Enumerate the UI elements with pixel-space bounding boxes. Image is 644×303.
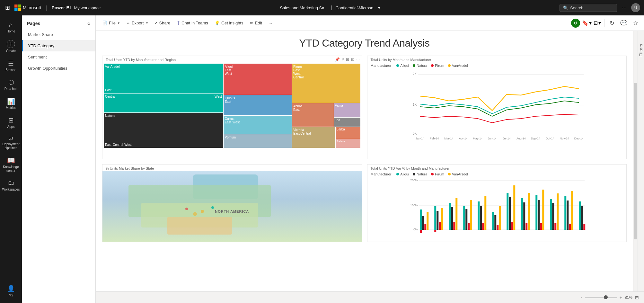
nav-item-home[interactable]: ⌂ Home — [0, 18, 22, 37]
copy-icon[interactable]: ⎘ — [342, 57, 344, 62]
nav-item-deployment[interactable]: ⇄ Deployment pipelines — [0, 132, 22, 153]
tm-cell-vanarsdel-east[interactable]: VanArsdel East — [104, 64, 223, 93]
topbar-right: 🔍 Search ··· U — [560, 3, 640, 13]
my-icon: 👤 — [7, 285, 15, 292]
zoom-minus-button[interactable]: - — [581, 295, 582, 300]
zoom-slider-track[interactable] — [585, 297, 617, 298]
legend-aliqui: Aliqui — [396, 64, 409, 67]
edit-button[interactable]: ✏ Edit — [247, 19, 265, 27]
tm-cell-abbas[interactable]: AbbasEast — [292, 103, 334, 127]
tm-cell-vanarsdel-central-west[interactable]: Central West — [104, 94, 223, 112]
tm-cell-currus[interactable]: Currus EastWest — [224, 116, 292, 134]
tm-cell-victoria[interactable]: Victoria EastCentral — [292, 127, 335, 148]
refresh-page-button[interactable]: ↻ — [608, 18, 616, 28]
nav-item-browse[interactable]: ☰ Browse — [0, 56, 22, 75]
bookmark-area[interactable]: 🔖 ▾ — [582, 20, 592, 26]
view-area[interactable]: ⊡ ▾ — [594, 20, 601, 26]
svg-rect-50 — [497, 225, 498, 230]
search-box[interactable]: 🔍 Search — [560, 4, 617, 12]
insights-icon: 💡 — [215, 21, 220, 25]
get-insights-button[interactable]: 💡 Get insights — [212, 19, 246, 27]
nav-label-home: Home — [5, 30, 17, 33]
user-avatar[interactable]: U — [631, 3, 640, 12]
svg-rect-48 — [492, 212, 494, 230]
page-item-ytd-category[interactable]: YTD Category — [22, 40, 95, 51]
nav-item-knowledge[interactable]: 📖 Knowledge center — [0, 153, 22, 176]
tm-cell-pomum[interactable]: Pomum — [224, 134, 292, 148]
metrics-icon: 📊 — [7, 97, 15, 105]
export-icon: ↔ — [126, 21, 130, 25]
topbar-more-icon[interactable]: ··· — [621, 3, 628, 13]
tm-cell-fama[interactable]: Fama — [334, 103, 360, 117]
svg-text:Jun-14: Jun-14 — [488, 137, 497, 140]
workspace-label[interactable]: My workspace — [74, 5, 101, 10]
page-item-sentiment[interactable]: Sentiment — [22, 51, 95, 63]
pages-header: Pages « — [22, 15, 95, 29]
scrollbar-thumb[interactable] — [634, 83, 637, 239]
tm-cell-aliqui[interactable]: Aliqui East West — [224, 64, 292, 95]
export-button[interactable]: ↔ Export — [123, 19, 150, 27]
nav-item-workspaces[interactable]: 🗂 Workspaces — [0, 176, 22, 195]
microsoft-logo-icon — [14, 4, 21, 11]
tm-cell-barba[interactable]: Barba — [336, 127, 360, 139]
report-canvas: YTD Category Trend Analysis Total Units … — [96, 31, 633, 291]
svg-rect-0 — [14, 4, 18, 8]
tm-cell-pirum[interactable]: Pirum East West Central — [292, 64, 360, 103]
zoom-slider-thumb[interactable] — [604, 295, 608, 299]
share-icon: ↗ — [154, 21, 158, 25]
nav-item-apps[interactable]: ⊞ Apps — [0, 113, 22, 132]
comment-button[interactable]: 💬 — [618, 18, 629, 28]
nav-label-datahub: Data hub — [3, 87, 19, 91]
map-background: NORTH AMERICA — [102, 171, 362, 242]
svg-text:2K: 2K — [413, 72, 417, 76]
nav-item-metrics[interactable]: 📊 Metrics — [0, 94, 22, 113]
svg-text:Dec-14: Dec-14 — [574, 137, 583, 140]
report-scrollbar[interactable] — [633, 31, 638, 291]
toolbar-right: ↺ 🔖 ▾ ⊡ ▾ ↻ 💬 ☆ — [571, 18, 640, 28]
pin-icon[interactable]: 📌 — [335, 57, 340, 62]
file-button[interactable]: 📄 File — [100, 19, 122, 27]
favorite-button[interactable]: ☆ — [631, 18, 640, 28]
tm-cell-salvus[interactable]: Salvus — [336, 139, 360, 148]
nav-item-create[interactable]: + Create — [0, 37, 22, 56]
filters-label[interactable]: Filters — [639, 44, 643, 57]
svg-rect-35 — [441, 208, 443, 230]
tm-cell-leo[interactable]: Leo — [334, 118, 360, 127]
svg-text:Oct-14: Oct-14 — [545, 137, 554, 140]
nav-item-my[interactable]: 👤 My — [0, 281, 22, 300]
toolbar-more-button[interactable]: ··· — [266, 19, 275, 27]
page-item-growth[interactable]: Growth Opportunities — [22, 63, 95, 74]
bookmark-chevron: ▾ — [589, 20, 592, 26]
svg-rect-30 — [424, 224, 426, 230]
title-sep: | — [331, 5, 332, 11]
bar-legend-natura: Natura — [413, 172, 427, 176]
svg-text:Nov-14: Nov-14 — [560, 137, 569, 140]
deployment-icon: ⇄ — [9, 135, 13, 141]
zoom-plus-button[interactable]: + — [620, 295, 622, 300]
grid-icon[interactable]: ⊞ — [4, 3, 11, 13]
share-button[interactable]: ↗ Share — [152, 19, 173, 27]
map-container[interactable]: NORTH AMERICA — [102, 171, 362, 242]
tm-cell-quibus[interactable]: Quibus East — [224, 95, 292, 115]
svg-text:100%: 100% — [410, 204, 418, 207]
collapse-pages-button[interactable]: « — [87, 21, 90, 26]
svg-text:Jan-14: Jan-14 — [415, 137, 424, 140]
filters-panel: Filters — [638, 31, 644, 291]
more-visual-icon[interactable]: ··· — [356, 57, 359, 62]
teams-icon: T — [177, 20, 180, 26]
nav-item-datahub[interactable]: ⬡ Data hub — [0, 75, 22, 94]
treemap-container[interactable]: VanArsdel East Central West — [102, 62, 362, 159]
chat-in-teams-button[interactable]: T Chat in Teams — [174, 19, 211, 28]
svg-rect-70 — [569, 224, 571, 230]
svg-rect-38 — [453, 222, 455, 230]
svg-text:Jul-14: Jul-14 — [502, 137, 510, 140]
page-item-market-share[interactable]: Market Share — [22, 29, 95, 40]
filter-icon[interactable]: ⊞ — [346, 57, 349, 62]
refresh-button[interactable]: ↺ — [571, 19, 580, 28]
powerbi-label: Power BI — [51, 5, 71, 10]
confidential-label[interactable]: Confidential\Microso... ▾ — [335, 5, 380, 10]
tm-cell-natura[interactable]: Natura EastCentralWest — [104, 113, 223, 148]
expand-icon[interactable]: ⊡ — [351, 57, 354, 62]
fit-page-icon[interactable]: ⊞ — [635, 295, 639, 300]
bar-legend-vanarsdel: VanArsdel — [448, 172, 468, 176]
